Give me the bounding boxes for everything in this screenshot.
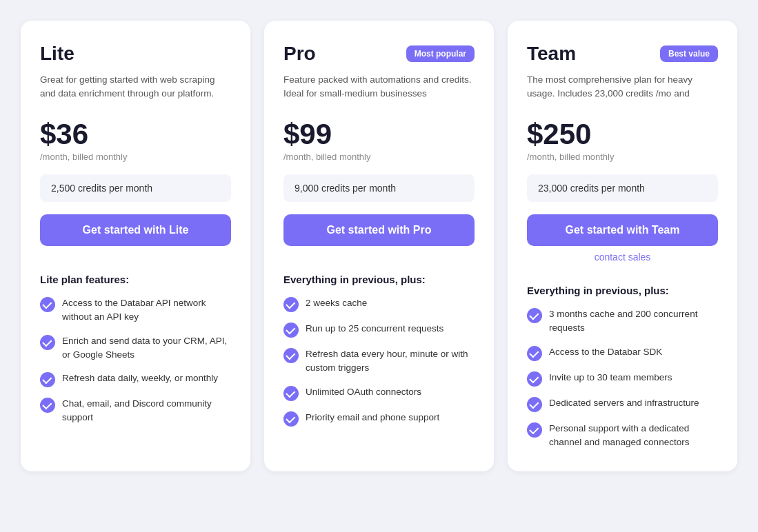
feature-text-team-1: Access to the Databar SDK xyxy=(549,345,662,359)
list-item: Access to the Databar SDK xyxy=(527,345,718,361)
list-item: 2 weeks cache xyxy=(283,296,475,312)
feature-list-team: 3 months cache and 200 concurrent reques… xyxy=(527,307,718,449)
check-icon xyxy=(527,308,542,323)
check-icon xyxy=(283,348,299,363)
feature-text-lite-2: Refresh data daily, weekly, or monthly xyxy=(62,371,218,385)
feature-text-pro-4: Priority email and phone support xyxy=(306,411,439,424)
feature-text-pro-2: Refresh data every hour, minute or with … xyxy=(306,347,475,376)
feature-list-lite: Access to the Databar API network withou… xyxy=(40,296,231,425)
feature-text-team-2: Invite up to 30 team members xyxy=(549,371,672,385)
plan-period-lite: /month, billed monthly xyxy=(40,152,231,162)
list-item: Access to the Databar API network withou… xyxy=(40,296,231,325)
check-icon xyxy=(527,422,542,438)
check-icon xyxy=(40,297,55,312)
feature-text-pro-1: Run up to 25 concurrent requests xyxy=(306,322,443,336)
feature-text-pro-0: 2 weeks cache xyxy=(306,296,367,310)
plan-price-pro: $99 xyxy=(283,120,475,149)
plan-description-pro: Feature packed with automations and cred… xyxy=(283,73,475,106)
cta-button-team[interactable]: Get started with Team xyxy=(527,214,718,246)
list-item: Invite up to 30 team members xyxy=(527,371,718,387)
check-icon xyxy=(283,323,299,338)
plan-credits-pro: 9,000 credits per month xyxy=(283,174,475,202)
feature-text-team-3: Dedicated servers and infrastructure xyxy=(549,396,699,410)
plan-card-team: TeamBest valueThe most comprehensive pla… xyxy=(508,21,737,471)
feature-text-lite-3: Chat, email, and Discord community suppo… xyxy=(62,397,231,425)
check-icon xyxy=(527,397,542,412)
plan-badge-pro: Most popular xyxy=(406,45,475,62)
plan-credits-team: 23,000 credits per month xyxy=(527,174,718,202)
list-item: Refresh data every hour, minute or with … xyxy=(283,347,475,376)
feature-text-lite-0: Access to the Databar API network withou… xyxy=(62,296,231,325)
plan-period-pro: /month, billed monthly xyxy=(283,152,475,162)
feature-text-team-4: Personal support with a dedicated channe… xyxy=(549,422,718,450)
plan-card-lite: LiteGreat for getting started with web s… xyxy=(21,21,250,471)
plan-header-pro: ProMost popular xyxy=(283,43,475,65)
plan-name-pro: Pro xyxy=(283,43,316,65)
features-title-lite: Lite plan features: xyxy=(40,274,231,285)
list-item: Priority email and phone support xyxy=(283,411,475,427)
check-icon xyxy=(283,297,299,312)
list-item: Chat, email, and Discord community suppo… xyxy=(40,397,231,425)
list-item: Unlimited OAuth connectors xyxy=(283,385,475,401)
plan-credits-lite: 2,500 credits per month xyxy=(40,174,231,202)
plan-name-team: Team xyxy=(527,43,576,65)
plan-description-lite: Great for getting started with web scrap… xyxy=(40,73,231,106)
plan-header-team: TeamBest value xyxy=(527,43,718,65)
list-item: Dedicated servers and infrastructure xyxy=(527,396,718,412)
check-icon xyxy=(527,371,542,387)
list-item: 3 months cache and 200 concurrent reques… xyxy=(527,307,718,336)
plan-price-team: $250 xyxy=(527,120,718,149)
contact-sales-team[interactable]: contact sales xyxy=(527,252,718,263)
pricing-container: LiteGreat for getting started with web s… xyxy=(14,14,744,478)
plan-price-lite: $36 xyxy=(40,120,231,149)
list-item: Refresh data daily, weekly, or monthly xyxy=(40,371,231,387)
check-icon xyxy=(40,372,55,387)
features-title-team: Everything in previous, plus: xyxy=(527,285,718,296)
check-icon xyxy=(40,335,55,350)
plan-card-pro: ProMost popularFeature packed with autom… xyxy=(264,21,494,471)
check-icon xyxy=(527,346,542,361)
cta-button-lite[interactable]: Get started with Lite xyxy=(40,214,231,246)
feature-list-pro: 2 weeks cacheRun up to 25 concurrent req… xyxy=(283,296,475,427)
feature-text-pro-3: Unlimited OAuth connectors xyxy=(306,385,421,399)
list-item: Personal support with a dedicated channe… xyxy=(527,422,718,450)
plan-description-team: The most comprehensive plan for heavy us… xyxy=(527,73,718,106)
features-title-pro: Everything in previous, plus: xyxy=(283,274,475,285)
check-icon xyxy=(283,386,299,401)
cta-button-pro[interactable]: Get started with Pro xyxy=(283,214,475,246)
feature-text-team-0: 3 months cache and 200 concurrent reques… xyxy=(549,307,718,336)
check-icon xyxy=(283,411,299,427)
list-item: Enrich and send data to your CRM, API, o… xyxy=(40,334,231,362)
feature-text-lite-1: Enrich and send data to your CRM, API, o… xyxy=(62,334,231,362)
plan-period-team: /month, billed monthly xyxy=(527,152,718,162)
plan-name-lite: Lite xyxy=(40,43,74,65)
list-item: Run up to 25 concurrent requests xyxy=(283,322,475,338)
check-icon xyxy=(40,398,55,413)
plan-header-lite: Lite xyxy=(40,43,231,65)
plan-badge-team: Best value xyxy=(660,45,718,62)
